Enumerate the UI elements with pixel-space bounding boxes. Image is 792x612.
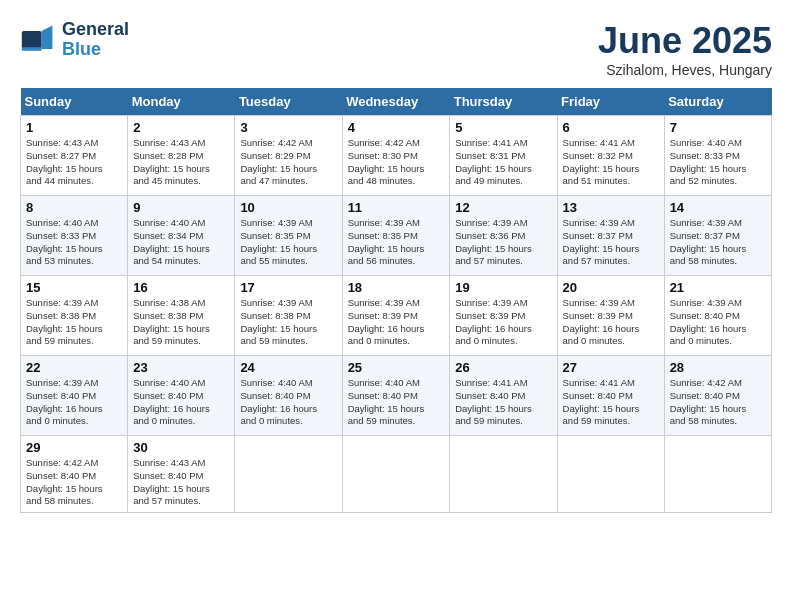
calendar-cell: 15Sunrise: 4:39 AM Sunset: 8:38 PM Dayli… [21, 276, 128, 356]
logo-line1: General [62, 19, 129, 39]
cell-info: Sunrise: 4:39 AM Sunset: 8:37 PM Dayligh… [563, 217, 659, 268]
calendar-cell: 19Sunrise: 4:39 AM Sunset: 8:39 PM Dayli… [450, 276, 557, 356]
col-friday: Friday [557, 88, 664, 116]
calendar-cell [557, 436, 664, 513]
day-number: 23 [133, 360, 229, 375]
calendar-cell: 14Sunrise: 4:39 AM Sunset: 8:37 PM Dayli… [664, 196, 771, 276]
cell-info: Sunrise: 4:42 AM Sunset: 8:40 PM Dayligh… [26, 457, 122, 508]
calendar-cell: 20Sunrise: 4:39 AM Sunset: 8:39 PM Dayli… [557, 276, 664, 356]
calendar-subtitle: Szihalom, Heves, Hungary [598, 62, 772, 78]
day-number: 15 [26, 280, 122, 295]
calendar-week-5: 29Sunrise: 4:42 AM Sunset: 8:40 PM Dayli… [21, 436, 772, 513]
cell-info: Sunrise: 4:40 AM Sunset: 8:34 PM Dayligh… [133, 217, 229, 268]
calendar-cell: 16Sunrise: 4:38 AM Sunset: 8:38 PM Dayli… [128, 276, 235, 356]
calendar-week-4: 22Sunrise: 4:39 AM Sunset: 8:40 PM Dayli… [21, 356, 772, 436]
day-number: 28 [670, 360, 766, 375]
calendar-title: June 2025 [598, 20, 772, 62]
day-number: 22 [26, 360, 122, 375]
calendar-cell: 25Sunrise: 4:40 AM Sunset: 8:40 PM Dayli… [342, 356, 450, 436]
day-number: 30 [133, 440, 229, 455]
day-number: 7 [670, 120, 766, 135]
day-number: 29 [26, 440, 122, 455]
cell-info: Sunrise: 4:43 AM Sunset: 8:27 PM Dayligh… [26, 137, 122, 188]
calendar-cell: 2Sunrise: 4:43 AM Sunset: 8:28 PM Daylig… [128, 116, 235, 196]
col-tuesday: Tuesday [235, 88, 342, 116]
cell-info: Sunrise: 4:41 AM Sunset: 8:32 PM Dayligh… [563, 137, 659, 188]
cell-info: Sunrise: 4:40 AM Sunset: 8:33 PM Dayligh… [26, 217, 122, 268]
cell-info: Sunrise: 4:39 AM Sunset: 8:38 PM Dayligh… [240, 297, 336, 348]
day-number: 6 [563, 120, 659, 135]
calendar-cell: 18Sunrise: 4:39 AM Sunset: 8:39 PM Dayli… [342, 276, 450, 356]
day-number: 19 [455, 280, 551, 295]
calendar-cell: 22Sunrise: 4:39 AM Sunset: 8:40 PM Dayli… [21, 356, 128, 436]
day-number: 4 [348, 120, 445, 135]
calendar-cell: 9Sunrise: 4:40 AM Sunset: 8:34 PM Daylig… [128, 196, 235, 276]
day-number: 3 [240, 120, 336, 135]
logo-line2: Blue [62, 39, 101, 59]
calendar-cell [235, 436, 342, 513]
day-number: 9 [133, 200, 229, 215]
day-number: 24 [240, 360, 336, 375]
cell-info: Sunrise: 4:43 AM Sunset: 8:40 PM Dayligh… [133, 457, 229, 508]
cell-info: Sunrise: 4:42 AM Sunset: 8:29 PM Dayligh… [240, 137, 336, 188]
day-number: 2 [133, 120, 229, 135]
day-number: 27 [563, 360, 659, 375]
cell-info: Sunrise: 4:39 AM Sunset: 8:38 PM Dayligh… [26, 297, 122, 348]
calendar-cell: 7Sunrise: 4:40 AM Sunset: 8:33 PM Daylig… [664, 116, 771, 196]
cell-info: Sunrise: 4:39 AM Sunset: 8:39 PM Dayligh… [563, 297, 659, 348]
day-number: 8 [26, 200, 122, 215]
calendar-cell: 4Sunrise: 4:42 AM Sunset: 8:30 PM Daylig… [342, 116, 450, 196]
cell-info: Sunrise: 4:39 AM Sunset: 8:39 PM Dayligh… [348, 297, 445, 348]
calendar-cell: 6Sunrise: 4:41 AM Sunset: 8:32 PM Daylig… [557, 116, 664, 196]
cell-info: Sunrise: 4:39 AM Sunset: 8:35 PM Dayligh… [348, 217, 445, 268]
logo-text: General Blue [62, 20, 129, 60]
day-number: 5 [455, 120, 551, 135]
svg-marker-1 [42, 25, 53, 48]
day-number: 1 [26, 120, 122, 135]
day-number: 10 [240, 200, 336, 215]
col-sunday: Sunday [21, 88, 128, 116]
svg-rect-2 [22, 47, 42, 51]
day-number: 17 [240, 280, 336, 295]
calendar-cell: 1Sunrise: 4:43 AM Sunset: 8:27 PM Daylig… [21, 116, 128, 196]
col-monday: Monday [128, 88, 235, 116]
svg-rect-0 [22, 31, 42, 49]
calendar-cell: 17Sunrise: 4:39 AM Sunset: 8:38 PM Dayli… [235, 276, 342, 356]
calendar-cell: 8Sunrise: 4:40 AM Sunset: 8:33 PM Daylig… [21, 196, 128, 276]
day-number: 26 [455, 360, 551, 375]
calendar-cell: 5Sunrise: 4:41 AM Sunset: 8:31 PM Daylig… [450, 116, 557, 196]
calendar-cell: 26Sunrise: 4:41 AM Sunset: 8:40 PM Dayli… [450, 356, 557, 436]
cell-info: Sunrise: 4:39 AM Sunset: 8:35 PM Dayligh… [240, 217, 336, 268]
calendar-cell: 21Sunrise: 4:39 AM Sunset: 8:40 PM Dayli… [664, 276, 771, 356]
calendar-cell: 23Sunrise: 4:40 AM Sunset: 8:40 PM Dayli… [128, 356, 235, 436]
cell-info: Sunrise: 4:40 AM Sunset: 8:40 PM Dayligh… [133, 377, 229, 428]
calendar-header-row: Sunday Monday Tuesday Wednesday Thursday… [21, 88, 772, 116]
calendar-cell: 24Sunrise: 4:40 AM Sunset: 8:40 PM Dayli… [235, 356, 342, 436]
calendar-cell [342, 436, 450, 513]
calendar-cell: 27Sunrise: 4:41 AM Sunset: 8:40 PM Dayli… [557, 356, 664, 436]
cell-info: Sunrise: 4:41 AM Sunset: 8:31 PM Dayligh… [455, 137, 551, 188]
cell-info: Sunrise: 4:40 AM Sunset: 8:40 PM Dayligh… [348, 377, 445, 428]
day-number: 21 [670, 280, 766, 295]
col-thursday: Thursday [450, 88, 557, 116]
cell-info: Sunrise: 4:40 AM Sunset: 8:40 PM Dayligh… [240, 377, 336, 428]
cell-info: Sunrise: 4:43 AM Sunset: 8:28 PM Dayligh… [133, 137, 229, 188]
cell-info: Sunrise: 4:42 AM Sunset: 8:30 PM Dayligh… [348, 137, 445, 188]
calendar-cell: 10Sunrise: 4:39 AM Sunset: 8:35 PM Dayli… [235, 196, 342, 276]
cell-info: Sunrise: 4:40 AM Sunset: 8:33 PM Dayligh… [670, 137, 766, 188]
day-number: 13 [563, 200, 659, 215]
page-header: General Blue June 2025 Szihalom, Heves, … [20, 20, 772, 78]
cell-info: Sunrise: 4:41 AM Sunset: 8:40 PM Dayligh… [563, 377, 659, 428]
day-number: 16 [133, 280, 229, 295]
cell-info: Sunrise: 4:42 AM Sunset: 8:40 PM Dayligh… [670, 377, 766, 428]
cell-info: Sunrise: 4:39 AM Sunset: 8:40 PM Dayligh… [670, 297, 766, 348]
calendar-cell [450, 436, 557, 513]
day-number: 12 [455, 200, 551, 215]
calendar-week-2: 8Sunrise: 4:40 AM Sunset: 8:33 PM Daylig… [21, 196, 772, 276]
day-number: 18 [348, 280, 445, 295]
day-number: 11 [348, 200, 445, 215]
calendar-cell: 13Sunrise: 4:39 AM Sunset: 8:37 PM Dayli… [557, 196, 664, 276]
calendar-cell: 12Sunrise: 4:39 AM Sunset: 8:36 PM Dayli… [450, 196, 557, 276]
cell-info: Sunrise: 4:39 AM Sunset: 8:37 PM Dayligh… [670, 217, 766, 268]
calendar-table: Sunday Monday Tuesday Wednesday Thursday… [20, 88, 772, 513]
